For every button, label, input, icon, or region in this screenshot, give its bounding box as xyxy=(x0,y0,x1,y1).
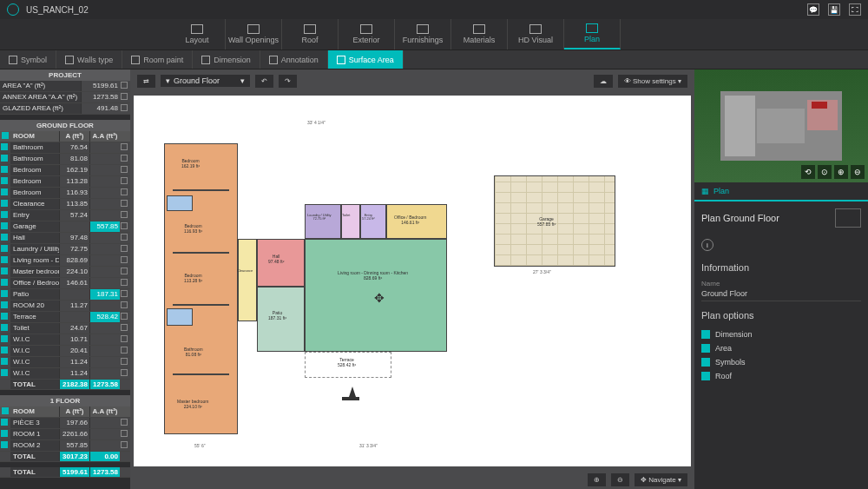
row-end-checkbox[interactable] xyxy=(121,358,128,365)
tab-layout[interactable]: Layout xyxy=(169,19,226,50)
row-checkbox[interactable] xyxy=(1,347,8,354)
room-row[interactable]: Bathroom76.54 xyxy=(0,142,130,154)
tab-wall-openings[interactable]: Wall Openings xyxy=(226,19,282,50)
room-row[interactable]: Master bedroom224.10 xyxy=(0,267,130,278)
gf-header-checkbox[interactable] xyxy=(2,132,9,139)
subtab-surface-area[interactable]: Surface Area xyxy=(328,50,404,69)
room-row[interactable]: Laundry / Utility72.75 xyxy=(0,244,130,255)
save-icon[interactable]: 💾 xyxy=(828,3,840,16)
row-checkbox[interactable] xyxy=(1,430,8,437)
subtab-dimension[interactable]: Dimension xyxy=(193,50,260,69)
row-checkbox[interactable] xyxy=(121,104,128,111)
zoom-out-button[interactable]: ⊖ xyxy=(611,473,629,486)
floor-plan-canvas[interactable]: Bedroom162.19 ft² Bedroom116.93 ft² Bedr… xyxy=(134,96,691,466)
row-checkbox[interactable] xyxy=(1,188,8,195)
room-row[interactable]: PIÈCE 3197.66 xyxy=(0,418,130,429)
row-end-checkbox[interactable] xyxy=(121,347,128,354)
info-icon[interactable]: i xyxy=(701,239,713,251)
row-end-checkbox[interactable] xyxy=(121,268,128,274)
row-end-checkbox[interactable] xyxy=(121,335,128,342)
row-checkbox[interactable] xyxy=(1,200,8,207)
redo-button[interactable]: ↷ xyxy=(279,75,297,88)
room-row[interactable]: Toilet24.67 xyxy=(0,323,130,334)
chat-icon[interactable]: 💬 xyxy=(807,3,819,16)
subtab-symbol[interactable]: Symbol xyxy=(0,50,56,69)
row-end-checkbox[interactable] xyxy=(121,313,128,320)
row-checkbox[interactable] xyxy=(121,93,128,100)
tab-roof[interactable]: Roof xyxy=(282,19,339,50)
row-end-checkbox[interactable] xyxy=(121,188,128,195)
plan-option[interactable]: Area xyxy=(701,341,861,355)
row-end-checkbox[interactable] xyxy=(121,419,128,426)
row-checkbox[interactable] xyxy=(121,82,128,89)
row-end-checkbox[interactable] xyxy=(121,155,128,162)
plan-option[interactable]: Roof xyxy=(701,369,861,383)
floor-selector[interactable]: ▾Ground Floor▾ xyxy=(161,75,250,87)
navigate-button[interactable]: ✥ Navigate ▾ xyxy=(635,473,687,486)
row-checkbox[interactable] xyxy=(1,268,8,274)
room-row[interactable]: Living room - Dinning room - Kitchen828.… xyxy=(0,255,130,267)
preview-zoom-out-icon[interactable]: ⊖ xyxy=(851,165,865,179)
row-end-checkbox[interactable] xyxy=(121,279,128,286)
room-row[interactable]: Bedroom116.93 xyxy=(0,188,130,199)
option-checkbox[interactable] xyxy=(701,344,710,353)
row-end-checkbox[interactable] xyxy=(121,234,128,241)
row-checkbox[interactable] xyxy=(1,143,8,150)
option-checkbox[interactable] xyxy=(701,330,710,339)
row-end-checkbox[interactable] xyxy=(121,211,128,218)
f1-header-checkbox[interactable] xyxy=(2,407,9,414)
row-end-checkbox[interactable] xyxy=(121,222,128,229)
row-checkbox[interactable] xyxy=(1,279,8,286)
plan-option[interactable]: Dimension xyxy=(701,327,861,341)
zoom-in-button[interactable]: ⊕ xyxy=(588,473,606,486)
room-row[interactable]: Bedroom113.28 xyxy=(0,176,130,188)
room-row[interactable]: Clearance113.85 xyxy=(0,199,130,210)
room-row[interactable]: W.I.C11.24 xyxy=(0,368,130,380)
row-checkbox[interactable] xyxy=(1,324,8,331)
plan-option[interactable]: Symbols xyxy=(701,355,861,369)
tab-furnishings[interactable]: Furnishings xyxy=(395,19,451,50)
row-end-checkbox[interactable] xyxy=(121,256,128,263)
room-row[interactable]: Terrace528.42 xyxy=(0,312,130,323)
room-row[interactable]: Entry57.24 xyxy=(0,210,130,221)
room-row[interactable]: Garage557.85 xyxy=(0,221,130,233)
room-row[interactable]: Bedroom162.19 xyxy=(0,165,130,176)
row-checkbox[interactable] xyxy=(1,166,8,173)
row-checkbox[interactable] xyxy=(1,441,8,448)
row-end-checkbox[interactable] xyxy=(121,200,128,207)
room-row[interactable]: Hall97.48 xyxy=(0,233,130,244)
row-end-checkbox[interactable] xyxy=(121,290,128,297)
tab-hd-visual[interactable]: HD Visual xyxy=(508,19,564,50)
room-row[interactable]: ROOM 12261.66 xyxy=(0,429,130,440)
row-checkbox[interactable] xyxy=(1,211,8,218)
shuffle-button[interactable]: ⇄ xyxy=(137,75,155,88)
row-end-checkbox[interactable] xyxy=(121,245,128,252)
tab-exterior[interactable]: Exterior xyxy=(339,19,395,50)
subtab-annotation[interactable]: Annotation xyxy=(260,50,328,69)
row-checkbox[interactable] xyxy=(1,335,8,342)
row-end-checkbox[interactable] xyxy=(121,301,128,308)
preview-zoom-in-icon[interactable]: ⊕ xyxy=(834,165,848,179)
row-end-checkbox[interactable] xyxy=(121,324,128,331)
row-end-checkbox[interactable] xyxy=(121,143,128,150)
option-checkbox[interactable] xyxy=(701,358,710,367)
room-row[interactable]: W.I.C20.41 xyxy=(0,346,130,357)
preview-rotate-icon[interactable]: ⟲ xyxy=(801,165,815,179)
row-end-checkbox[interactable] xyxy=(121,430,128,437)
row-checkbox[interactable] xyxy=(1,419,8,426)
row-end-checkbox[interactable] xyxy=(121,369,128,376)
undo-button[interactable]: ↶ xyxy=(255,75,273,88)
row-checkbox[interactable] xyxy=(1,234,8,241)
row-checkbox[interactable] xyxy=(1,245,8,252)
tab-plan[interactable]: Plan xyxy=(564,19,621,50)
row-end-checkbox[interactable] xyxy=(121,177,128,184)
cloud-button[interactable]: ☁ xyxy=(594,75,613,88)
room-row[interactable]: Patio187.31 xyxy=(0,289,130,301)
right-tab-plan[interactable]: ▦ Plan xyxy=(694,182,868,202)
room-row[interactable]: W.I.C11.24 xyxy=(0,357,130,368)
room-row[interactable]: W.I.C10.71 xyxy=(0,334,130,346)
plan-name-field[interactable]: Ground Floor xyxy=(701,289,861,301)
row-checkbox[interactable] xyxy=(1,155,8,162)
preview-compass-icon[interactable]: ⊙ xyxy=(818,165,832,179)
row-checkbox[interactable] xyxy=(1,177,8,184)
